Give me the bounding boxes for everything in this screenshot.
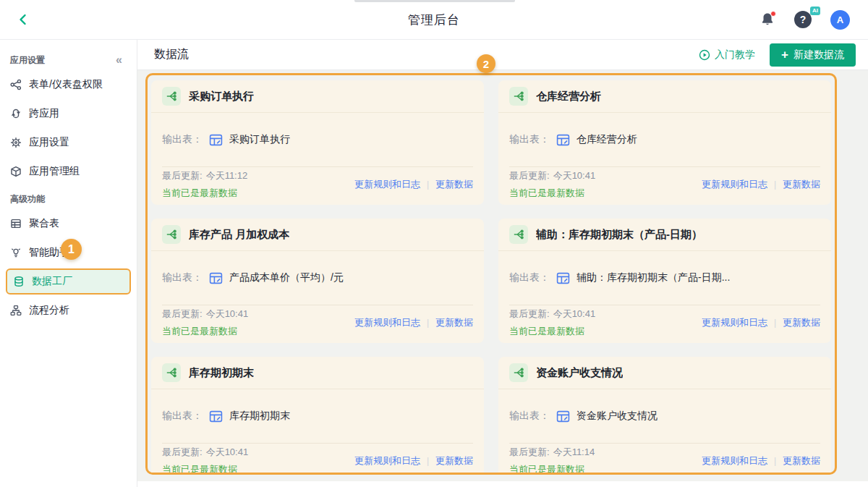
new-dataflow-button[interactable]: + 新建数据流 (770, 43, 856, 67)
status-latest: 当前已是最新数据 (509, 463, 595, 475)
collapse-sidebar-icon[interactable]: « (116, 54, 122, 67)
sidebar-item-data-factory[interactable]: 数据工厂 (6, 268, 131, 295)
dataflow-icon (162, 87, 181, 106)
plus-icon: + (781, 48, 788, 61)
table-icon (556, 133, 570, 147)
back-button[interactable] (13, 9, 33, 30)
tutorial-link[interactable]: 入门教学 (699, 48, 755, 62)
update-data-link[interactable]: 更新数据 (435, 178, 473, 191)
sidebar-item-app-management-group[interactable]: 应用管理组 (0, 157, 137, 186)
table-icon (209, 271, 223, 285)
table-icon (556, 271, 570, 285)
status-latest: 当前已是最新数据 (162, 325, 248, 338)
top-notch-line (354, 0, 515, 2)
page-title: 管理后台 (408, 12, 460, 28)
table-icon (209, 410, 223, 423)
output-table-name[interactable]: 采购订单执行 (229, 133, 290, 146)
dataflow-icon (509, 225, 528, 244)
bottom-strip (137, 481, 868, 487)
card-title: 库存产品 月加权成本 (189, 228, 289, 242)
main-area: 数据流 入门教学 + 新建数据流 采购订单执行 (137, 40, 868, 487)
link-divider: | (427, 456, 429, 466)
sidebar-item-process-analysis[interactable]: 流程分析 (0, 296, 137, 325)
dataflow-card[interactable]: 辅助：库存期初期末（产品-日期） 输出表： 辅助：库存期初期末（产品-日期...… (498, 219, 831, 343)
output-table-name[interactable]: 仓库经营分析 (576, 133, 637, 146)
notifications-button[interactable] (760, 12, 775, 27)
sitemap-icon (10, 305, 22, 316)
dataflow-card[interactable]: 采购订单执行 输出表： 采购订单执行 最后更新:今天11:12 当前已是最新数据 (151, 80, 484, 205)
card-title: 库存期初期末 (189, 366, 254, 380)
sidebar-item-label: 聚合表 (29, 217, 59, 230)
status-latest: 当前已是最新数据 (509, 325, 595, 338)
sidebar-item-aggregate-table[interactable]: 聚合表 (0, 209, 137, 238)
output-table-label: 输出表： (509, 133, 550, 146)
ai-badge: AI (810, 7, 820, 15)
updated-time: 今天10:41 (206, 446, 249, 459)
updated-label: 最后更新: (162, 308, 203, 321)
update-rules-log-link[interactable]: 更新规则和日志 (354, 454, 420, 467)
cube-icon (10, 166, 22, 177)
content-area: 采购订单执行 输出表： 采购订单执行 最后更新:今天11:12 当前已是最新数据 (137, 70, 868, 487)
output-table-name[interactable]: 资金账户收支情况 (576, 410, 658, 423)
status-latest: 当前已是最新数据 (162, 463, 248, 475)
update-rules-log-link[interactable]: 更新规则和日志 (354, 178, 420, 191)
section-header-label: 高级功能 (10, 193, 45, 206)
updated-label: 最后更新: (509, 308, 550, 321)
new-dataflow-label: 新建数据流 (793, 48, 844, 62)
card-title: 仓库经营分析 (536, 90, 601, 103)
output-table-label: 输出表： (162, 271, 203, 284)
swap-icon (10, 108, 22, 119)
main-header: 数据流 入门教学 + 新建数据流 (137, 40, 868, 70)
update-rules-log-link[interactable]: 更新规则和日志 (702, 454, 767, 467)
card-title: 辅助：库存期初期末（产品-日期） (536, 228, 702, 242)
update-data-link[interactable]: 更新数据 (783, 178, 820, 191)
update-data-link[interactable]: 更新数据 (435, 316, 473, 329)
card-title: 资金账户收支情况 (536, 366, 623, 380)
update-rules-log-link[interactable]: 更新规则和日志 (702, 316, 767, 329)
grid-table-icon (10, 218, 22, 229)
sidebar-item-cross-app[interactable]: 跨应用 (0, 99, 137, 128)
updated-label: 最后更新: (162, 446, 203, 459)
output-table-label: 输出表： (509, 410, 550, 423)
table-icon (209, 133, 223, 147)
help-button[interactable]: ? AI (794, 11, 812, 28)
update-data-link[interactable]: 更新数据 (783, 316, 820, 329)
dataflow-card[interactable]: 库存产品 月加权成本 输出表： 产品成本单价（平均）/元 最后更新:今天10:4… (151, 219, 484, 343)
updated-label: 最后更新: (162, 169, 203, 182)
annotation-highlight-frame: 采购订单执行 输出表： 采购订单执行 最后更新:今天11:12 当前已是最新数据 (145, 73, 837, 475)
sidebar-item-label: 数据工厂 (32, 275, 72, 288)
update-rules-log-link[interactable]: 更新规则和日志 (354, 316, 420, 329)
link-divider: | (427, 179, 429, 190)
dataflow-card[interactable]: 库存期初期末 输出表： 库存期初期末 最后更新:今天10:41 当前已是最新数据 (151, 357, 484, 475)
update-data-link[interactable]: 更新数据 (435, 454, 473, 467)
top-bar: 管理后台 ? AI A (0, 0, 868, 40)
dataflow-icon (162, 363, 181, 382)
updated-time: 今天11:12 (206, 169, 248, 182)
notification-dot (770, 11, 776, 17)
dataflow-card[interactable]: 仓库经营分析 输出表： 仓库经营分析 最后更新:今天10:41 当前已是最新数据 (498, 80, 831, 205)
output-table-name[interactable]: 产品成本单价（平均）/元 (229, 271, 344, 284)
chevron-left-icon (17, 13, 30, 26)
sidebar-item-app-settings[interactable]: 应用设置 (0, 128, 137, 157)
sidebar-item-label: 表单/仪表盘权限 (29, 78, 103, 91)
dataflow-card[interactable]: 资金账户收支情况 输出表： 资金账户收支情况 最后更新:今天11:14 当前已是… (498, 357, 831, 475)
updated-time: 今天10:41 (553, 169, 596, 182)
output-table-label: 输出表： (509, 271, 550, 284)
sidebar-item-label: 流程分析 (29, 304, 69, 317)
sidebar-item-form-dashboard-permissions[interactable]: 表单/仪表盘权限 (0, 70, 137, 99)
annotation-step-1-badge: 1 (61, 239, 82, 260)
updated-time: 今天11:14 (553, 446, 595, 459)
output-table-name[interactable]: 辅助：库存期初期末（产品-日期... (576, 271, 730, 284)
update-data-link[interactable]: 更新数据 (783, 454, 820, 467)
update-rules-log-link[interactable]: 更新规则和日志 (702, 178, 767, 191)
output-table-name[interactable]: 库存期初期末 (229, 410, 290, 423)
avatar[interactable]: A (830, 10, 850, 30)
play-circle-icon (699, 49, 710, 61)
status-latest: 当前已是最新数据 (162, 187, 247, 200)
tutorial-label: 入门教学 (715, 48, 755, 62)
updated-label: 最后更新: (509, 169, 550, 182)
gear-icon (10, 137, 22, 148)
sidebar-item-label: 应用设置 (29, 136, 69, 149)
share-icon (10, 79, 22, 90)
output-table-label: 输出表： (162, 410, 203, 423)
